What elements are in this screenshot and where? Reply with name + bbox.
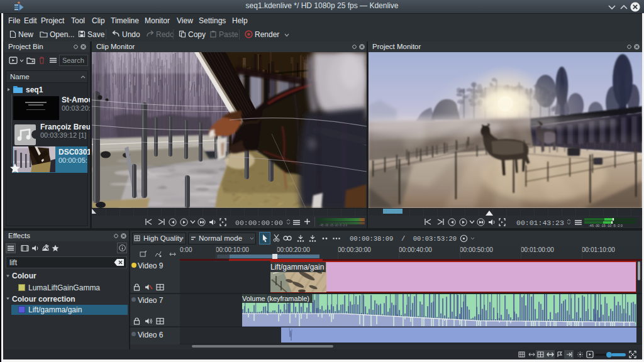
svg-text:-45 -30 -15 -10 -5 -2 0: -45 -30 -15 -10 -5 -2 0: [589, 224, 623, 228]
svg-text:00:00:40:00: 00:00:40:00: [399, 246, 432, 253]
svg-text:00:00:50:00: 00:00:50:00: [460, 246, 493, 253]
svg-text:00:00:20:00: 00:00:20:00: [277, 246, 310, 253]
svg-text:00:01:00:00: 00:01:00:00: [521, 246, 554, 253]
svg-text:0:00: 0:00: [180, 246, 192, 253]
svg-text:-45 -30 -15 -10 -5 -2: -45 -30 -15 -10 -5 -2 0: [319, 224, 348, 227]
svg-text:00:00:10:00: 00:00:10:00: [216, 246, 249, 253]
svg-text:00:01:10:00: 00:01:10:00: [582, 246, 615, 253]
svg-text:00:00:30:00: 00:00:30:00: [338, 246, 371, 253]
